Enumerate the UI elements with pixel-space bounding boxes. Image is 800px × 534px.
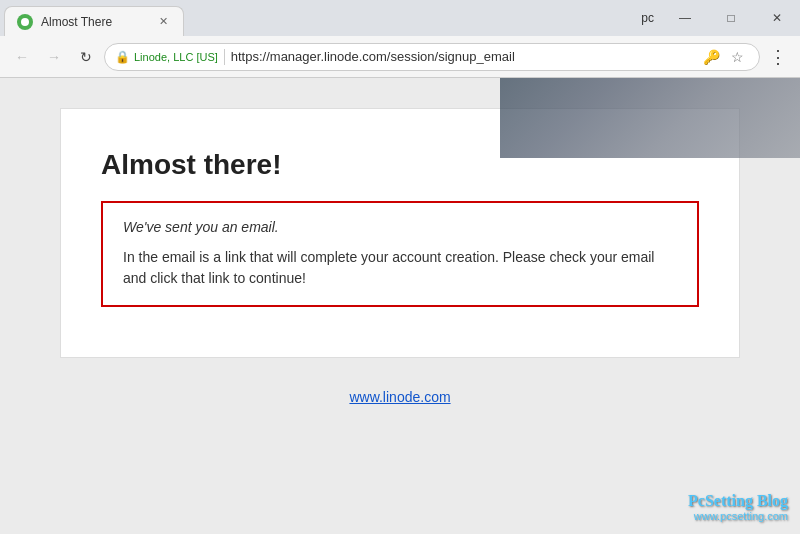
browser-window: Almost There ✕ pc — □ ✕ ← → ↻ 🔒 Linode, … xyxy=(0,0,800,534)
page-footer: www.linode.com xyxy=(60,388,740,426)
alert-line1: We've sent you an email. xyxy=(123,219,677,235)
url-bar[interactable]: 🔒 Linode, LLC [US] https://manager.linod… xyxy=(104,43,760,71)
tab-close-button[interactable]: ✕ xyxy=(155,14,171,30)
window-controls: pc — □ ✕ xyxy=(633,0,800,36)
refresh-button[interactable]: ↻ xyxy=(72,43,100,71)
window-user-label: pc xyxy=(633,11,662,25)
browser-menu-button[interactable]: ⋮ xyxy=(764,43,792,71)
tab-area: Almost There ✕ xyxy=(0,0,184,36)
watermark-brand: PcSetting Blog xyxy=(688,492,788,510)
url-separator xyxy=(224,49,225,65)
alert-box: We've sent you an email. In the email is… xyxy=(101,201,699,307)
background-image xyxy=(500,78,800,158)
lock-icon: 🔒 xyxy=(115,50,130,64)
maximize-button[interactable]: □ xyxy=(708,0,754,36)
url-actions: 🔑 ☆ xyxy=(699,45,749,69)
close-button[interactable]: ✕ xyxy=(754,0,800,36)
security-label: Linode, LLC [US] xyxy=(134,51,218,63)
watermark-url: www.pcsetting.com xyxy=(688,510,788,522)
minimize-button[interactable]: — xyxy=(662,0,708,36)
watermark: PcSetting Blog www.pcsetting.com xyxy=(688,492,788,522)
url-text: https://manager.linode.com/session/signu… xyxy=(231,49,693,64)
bookmark-icon[interactable]: ☆ xyxy=(725,45,749,69)
linode-link[interactable]: www.linode.com xyxy=(349,389,450,405)
address-bar: ← → ↻ 🔒 Linode, LLC [US] https://manager… xyxy=(0,36,800,78)
security-indicator: 🔒 Linode, LLC [US] xyxy=(115,50,218,64)
title-bar: Almost There ✕ pc — □ ✕ xyxy=(0,0,800,36)
tab-favicon-icon xyxy=(17,14,33,30)
page-content: Almost there! We've sent you an email. I… xyxy=(0,78,800,534)
key-icon[interactable]: 🔑 xyxy=(699,45,723,69)
alert-line2: In the email is a link that will complet… xyxy=(123,247,677,289)
forward-button[interactable]: → xyxy=(40,43,68,71)
tab-title: Almost There xyxy=(41,15,147,29)
browser-tab[interactable]: Almost There ✕ xyxy=(4,6,184,36)
back-button[interactable]: ← xyxy=(8,43,36,71)
